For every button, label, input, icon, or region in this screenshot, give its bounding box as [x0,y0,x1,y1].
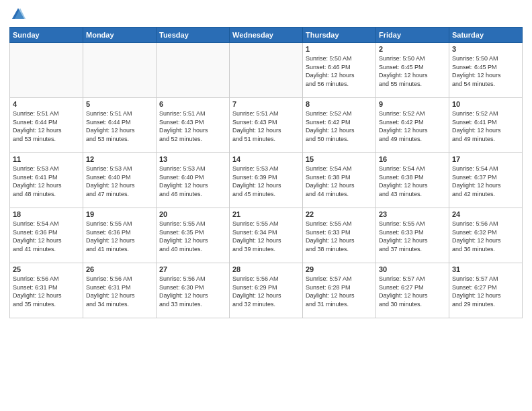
logo [9,7,26,21]
day-number: 8 [306,100,373,108]
col-header-sunday: Sunday [10,28,83,43]
day-number: 9 [379,100,446,108]
day-number: 2 [379,45,446,53]
day-info: Sunrise: 5:56 AM Sunset: 6:32 PM Dayligh… [452,220,519,253]
day-info: Sunrise: 5:55 AM Sunset: 6:35 PM Dayligh… [159,220,226,253]
day-cell [83,43,157,98]
header-row: SundayMondayTuesdayWednesdayThursdayFrid… [10,28,523,43]
day-info: Sunrise: 5:56 AM Sunset: 6:31 PM Dayligh… [86,275,153,308]
day-cell: 14Sunrise: 5:53 AM Sunset: 6:39 PM Dayli… [230,153,303,208]
day-cell: 11Sunrise: 5:53 AM Sunset: 6:41 PM Dayli… [10,153,83,208]
day-cell: 16Sunrise: 5:54 AM Sunset: 6:38 PM Dayli… [376,153,449,208]
day-cell: 3Sunrise: 5:50 AM Sunset: 6:45 PM Daylig… [449,43,523,98]
header [9,7,523,21]
day-number: 15 [306,155,373,163]
day-info: Sunrise: 5:53 AM Sunset: 6:39 PM Dayligh… [232,165,300,198]
day-cell: 24Sunrise: 5:56 AM Sunset: 6:32 PM Dayli… [449,208,523,263]
day-cell: 1Sunrise: 5:50 AM Sunset: 6:46 PM Daylig… [303,43,376,98]
day-cell: 10Sunrise: 5:52 AM Sunset: 6:41 PM Dayli… [449,98,523,153]
day-info: Sunrise: 5:55 AM Sunset: 6:33 PM Dayligh… [306,220,373,253]
day-cell: 17Sunrise: 5:54 AM Sunset: 6:37 PM Dayli… [449,153,523,208]
day-cell [157,43,230,98]
day-info: Sunrise: 5:56 AM Sunset: 6:29 PM Dayligh… [232,275,300,308]
day-info: Sunrise: 5:51 AM Sunset: 6:44 PM Dayligh… [86,109,153,143]
day-cell: 9Sunrise: 5:52 AM Sunset: 6:42 PM Daylig… [376,98,449,153]
day-cell: 31Sunrise: 5:57 AM Sunset: 6:27 PM Dayli… [449,263,523,318]
day-cell: 29Sunrise: 5:57 AM Sunset: 6:28 PM Dayli… [303,263,376,318]
day-number: 28 [232,265,300,273]
day-cell: 8Sunrise: 5:52 AM Sunset: 6:42 PM Daylig… [303,98,376,153]
day-info: Sunrise: 5:57 AM Sunset: 6:28 PM Dayligh… [306,275,373,308]
day-cell: 6Sunrise: 5:51 AM Sunset: 6:43 PM Daylig… [157,98,230,153]
day-number: 4 [13,100,80,108]
day-cell: 7Sunrise: 5:51 AM Sunset: 6:43 PM Daylig… [230,98,303,153]
day-info: Sunrise: 5:54 AM Sunset: 6:38 PM Dayligh… [379,165,446,198]
day-cell: 23Sunrise: 5:55 AM Sunset: 6:33 PM Dayli… [376,208,449,263]
day-number: 18 [13,210,80,218]
day-cell: 27Sunrise: 5:56 AM Sunset: 6:30 PM Dayli… [157,263,230,318]
col-header-monday: Monday [83,28,157,43]
page: SundayMondayTuesdayWednesdayThursdayFrid… [0,0,532,411]
day-info: Sunrise: 5:55 AM Sunset: 6:34 PM Dayligh… [232,220,300,253]
day-number: 17 [452,155,519,163]
day-number: 16 [379,155,446,163]
col-header-thursday: Thursday [303,28,376,43]
col-header-tuesday: Tuesday [157,28,230,43]
day-info: Sunrise: 5:55 AM Sunset: 6:33 PM Dayligh… [379,220,446,253]
day-cell: 30Sunrise: 5:57 AM Sunset: 6:27 PM Dayli… [376,263,449,318]
day-cell [10,43,83,98]
day-cell: 22Sunrise: 5:55 AM Sunset: 6:33 PM Dayli… [303,208,376,263]
day-number: 29 [306,265,373,273]
day-number: 11 [13,155,80,163]
day-cell [230,43,303,98]
day-number: 27 [159,265,226,273]
day-number: 24 [452,210,519,218]
day-info: Sunrise: 5:56 AM Sunset: 6:31 PM Dayligh… [13,275,80,308]
day-info: Sunrise: 5:54 AM Sunset: 6:38 PM Dayligh… [306,165,373,198]
day-info: Sunrise: 5:53 AM Sunset: 6:40 PM Dayligh… [159,165,226,198]
day-cell: 5Sunrise: 5:51 AM Sunset: 6:44 PM Daylig… [83,98,157,153]
day-info: Sunrise: 5:57 AM Sunset: 6:27 PM Dayligh… [379,275,446,308]
day-number: 19 [86,210,153,218]
day-info: Sunrise: 5:51 AM Sunset: 6:43 PM Dayligh… [232,109,300,143]
week-row-1: 1Sunrise: 5:50 AM Sunset: 6:46 PM Daylig… [10,43,523,98]
col-header-wednesday: Wednesday [230,28,303,43]
col-header-friday: Friday [376,28,449,43]
day-info: Sunrise: 5:52 AM Sunset: 6:41 PM Dayligh… [452,109,519,143]
week-row-4: 18Sunrise: 5:54 AM Sunset: 6:36 PM Dayli… [10,208,523,263]
day-info: Sunrise: 5:57 AM Sunset: 6:27 PM Dayligh… [452,275,519,308]
day-cell: 28Sunrise: 5:56 AM Sunset: 6:29 PM Dayli… [230,263,303,318]
day-info: Sunrise: 5:53 AM Sunset: 6:40 PM Dayligh… [86,165,153,198]
day-number: 12 [86,155,153,163]
day-info: Sunrise: 5:54 AM Sunset: 6:36 PM Dayligh… [13,220,80,253]
day-number: 23 [379,210,446,218]
day-number: 31 [452,265,519,273]
day-number: 20 [159,210,226,218]
day-info: Sunrise: 5:52 AM Sunset: 6:42 PM Dayligh… [306,109,373,143]
day-info: Sunrise: 5:52 AM Sunset: 6:42 PM Dayligh… [379,109,446,143]
day-cell: 13Sunrise: 5:53 AM Sunset: 6:40 PM Dayli… [157,153,230,208]
calendar-table: SundayMondayTuesdayWednesdayThursdayFrid… [9,27,523,318]
day-number: 5 [86,100,153,108]
day-cell: 21Sunrise: 5:55 AM Sunset: 6:34 PM Dayli… [230,208,303,263]
week-row-3: 11Sunrise: 5:53 AM Sunset: 6:41 PM Dayli… [10,153,523,208]
day-number: 22 [306,210,373,218]
day-cell: 2Sunrise: 5:50 AM Sunset: 6:45 PM Daylig… [376,43,449,98]
day-cell: 20Sunrise: 5:55 AM Sunset: 6:35 PM Dayli… [157,208,230,263]
logo-icon [11,7,26,21]
day-number: 1 [306,45,373,53]
day-number: 6 [159,100,226,108]
day-cell: 12Sunrise: 5:53 AM Sunset: 6:40 PM Dayli… [83,153,157,208]
col-header-saturday: Saturday [449,28,523,43]
day-number: 3 [452,45,519,53]
day-info: Sunrise: 5:55 AM Sunset: 6:36 PM Dayligh… [86,220,153,253]
day-number: 7 [232,100,300,108]
day-info: Sunrise: 5:51 AM Sunset: 6:43 PM Dayligh… [159,109,226,143]
day-number: 10 [452,100,519,108]
day-number: 14 [232,155,300,163]
day-number: 25 [13,265,80,273]
day-number: 26 [86,265,153,273]
day-cell: 26Sunrise: 5:56 AM Sunset: 6:31 PM Dayli… [83,263,157,318]
day-number: 13 [159,155,226,163]
day-info: Sunrise: 5:50 AM Sunset: 6:45 PM Dayligh… [452,54,519,88]
